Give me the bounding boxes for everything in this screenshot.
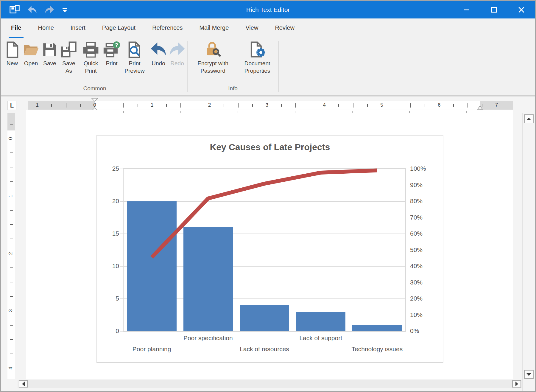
tab-home[interactable]: Home — [35, 18, 56, 38]
new-button[interactable]: New — [3, 41, 21, 68]
chart-object[interactable]: Key Causes of Late Projects 252015105010… — [96, 135, 443, 363]
tab-insert[interactable]: Insert — [68, 18, 88, 38]
open-folder-icon — [22, 41, 40, 58]
ruler-number: 4 — [8, 365, 15, 372]
left-axis-label: 20 — [101, 197, 119, 205]
tab-stop-tick — [295, 111, 295, 113]
ruler-tick — [66, 103, 66, 108]
left-arrow-icon — [22, 382, 25, 386]
maximize-button[interactable] — [480, 1, 508, 18]
scroll-right-button[interactable] — [512, 380, 521, 388]
left-axis-label: 0 — [101, 327, 119, 335]
app-save-icon[interactable] — [9, 4, 21, 15]
document-gear-icon — [249, 41, 266, 58]
scroll-down-button[interactable] — [524, 370, 534, 379]
left-axis-label: 15 — [101, 230, 119, 237]
category-label: Lack of resources — [240, 346, 289, 353]
ruler-tick — [10, 296, 13, 297]
ruler-number: 2 — [8, 250, 15, 257]
tab-mail-merge[interactable]: Mail Merge — [197, 18, 231, 38]
save-as-button[interactable]: Save As — [59, 41, 79, 75]
ruler-tick — [238, 103, 239, 108]
tab-view[interactable]: View — [243, 18, 261, 38]
undo-button[interactable]: Undo — [149, 41, 168, 68]
ruler-number: 1 — [8, 192, 15, 200]
open-button[interactable]: Open — [21, 41, 41, 68]
right-axis-label: 100% — [410, 165, 426, 172]
ruler-number: 1 — [149, 102, 156, 108]
ruler-tick — [10, 124, 13, 125]
undo-icon — [150, 41, 167, 58]
tab-file[interactable]: File — [9, 18, 24, 38]
tab-stop-tick — [238, 111, 238, 113]
ruler-number: 0 — [8, 135, 15, 142]
save-button[interactable]: Save — [41, 41, 59, 68]
tab-stop-tick — [466, 111, 467, 113]
right-axis-label: 90% — [410, 181, 423, 189]
tab-stop-tick — [409, 111, 410, 113]
ruler-number: 3 — [8, 307, 15, 314]
encrypt-with-password-button[interactable]: Encrypt with Password — [188, 41, 237, 75]
tab-review[interactable]: Review — [272, 18, 297, 38]
document-properties-button[interactable]: Document Properties — [237, 41, 277, 75]
right-axis-label: 0% — [410, 327, 419, 335]
tab-references[interactable]: References — [150, 18, 185, 38]
button-label: Document Properties — [238, 60, 277, 74]
ruler-tick — [10, 167, 13, 167]
category-label: Lack of support — [299, 335, 342, 342]
tab-stop-selector[interactable]: L — [7, 101, 16, 110]
print-icon: ? — [103, 41, 120, 58]
group-label-common: Common — [3, 85, 186, 93]
horizontal-scrollbar[interactable] — [18, 380, 522, 388]
print-button[interactable]: ? Print — [103, 41, 121, 68]
left-axis-tick — [120, 234, 123, 234]
vertical-scrollbar[interactable] — [522, 113, 535, 391]
ribbon-body: New Open Save — [1, 38, 535, 95]
svg-text:?: ? — [115, 42, 119, 48]
ruler-tick — [10, 267, 13, 268]
print-preview-button[interactable]: Print Preview — [121, 41, 149, 75]
vertical-ruler: 01234 — [7, 113, 15, 379]
category-label: Poor planning — [133, 346, 171, 353]
right-axis-label: 30% — [410, 279, 423, 286]
ruler-tick — [425, 104, 425, 107]
ruler-number: 2 — [206, 102, 213, 108]
save-icon — [41, 41, 58, 58]
app-window: Rich Text Editor File Home Insert Page L… — [0, 0, 536, 392]
tab-stop-tick — [180, 111, 181, 113]
close-button[interactable] — [508, 1, 535, 18]
redo-icon — [169, 41, 186, 58]
tab-page-layout[interactable]: Page Layout — [100, 18, 138, 38]
left-axis-label: 5 — [101, 295, 119, 302]
tab-stop-tick — [123, 111, 124, 113]
ruler-tick — [138, 104, 138, 107]
ruler-number: 6 — [436, 102, 443, 108]
right-axis-label: 80% — [410, 197, 423, 205]
down-arrow-icon — [526, 373, 531, 376]
ruler-tick — [123, 103, 124, 108]
undo-icon[interactable] — [27, 5, 38, 15]
left-axis-tick — [120, 169, 123, 169]
right-margin-marker[interactable] — [477, 105, 484, 110]
ruler-tick — [10, 181, 13, 182]
customize-toolbar-dropdown-icon[interactable] — [61, 6, 69, 13]
ruler-tick — [353, 103, 353, 108]
ruler-top-margin-zone — [7, 113, 15, 130]
ruler-tick — [109, 104, 109, 107]
category-label: Poor specification — [183, 335, 233, 342]
left-axis-label: 25 — [101, 165, 119, 172]
redo-button[interactable]: Redo — [168, 41, 186, 68]
scroll-up-button[interactable] — [524, 114, 534, 123]
ruler-tick — [453, 104, 454, 107]
quick-print-button[interactable]: Quick Print — [79, 41, 103, 75]
button-label: Quick Print — [80, 60, 102, 74]
redo-icon[interactable] — [44, 5, 55, 15]
save-as-icon — [60, 41, 77, 58]
document-area: L 101234567 01234 Key Causes of Late Pro… — [1, 97, 535, 391]
ruler-tick — [80, 104, 81, 107]
minimize-button[interactable] — [453, 1, 480, 18]
ruler-tick — [10, 210, 13, 211]
scroll-left-button[interactable] — [19, 380, 28, 388]
plot-area — [123, 168, 406, 332]
quick-print-icon — [82, 41, 99, 58]
